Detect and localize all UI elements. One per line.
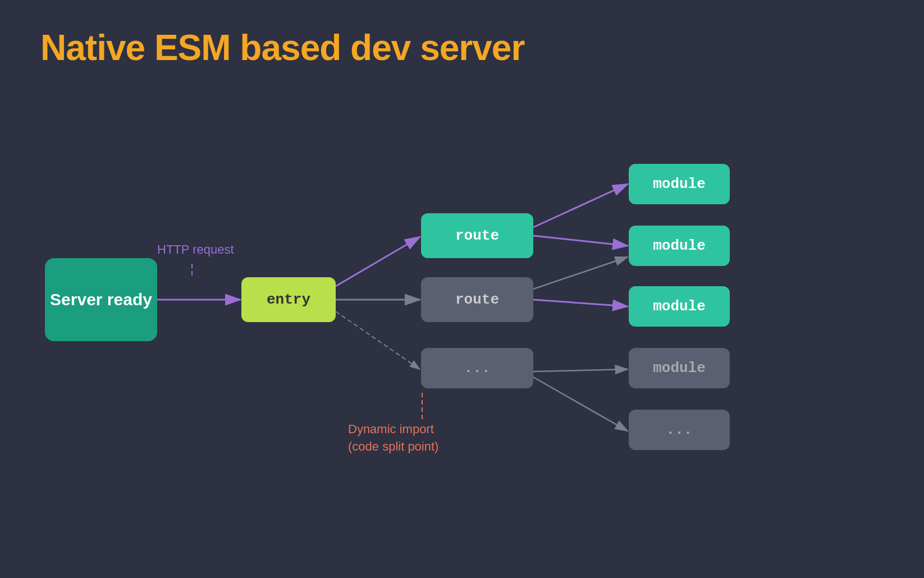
node-module1: module <box>629 164 730 204</box>
diagram-area: HTTP request Dynamic import(code split p… <box>0 112 924 550</box>
node-module4: module <box>629 348 730 388</box>
page-title: Native ESM based dev server <box>40 27 524 68</box>
node-module3: module <box>629 286 730 327</box>
svg-line-12 <box>533 369 628 371</box>
label-dynamic-import: Dynamic import(code split point) <box>348 421 438 456</box>
svg-line-5 <box>336 237 420 286</box>
node-dots2: ... <box>629 410 730 450</box>
node-route2: route <box>421 277 533 322</box>
svg-line-13 <box>533 377 628 431</box>
node-route1: route <box>421 213 533 258</box>
node-entry: entry <box>241 277 336 322</box>
node-module2: module <box>629 226 730 266</box>
svg-line-8 <box>533 184 628 227</box>
svg-line-11 <box>533 257 628 289</box>
node-dots1: ... <box>421 348 533 388</box>
svg-line-9 <box>533 236 628 246</box>
node-server-ready: Server ready <box>45 258 157 341</box>
svg-line-10 <box>533 300 628 306</box>
label-http-request: HTTP request <box>157 242 234 257</box>
svg-line-7 <box>336 311 420 369</box>
